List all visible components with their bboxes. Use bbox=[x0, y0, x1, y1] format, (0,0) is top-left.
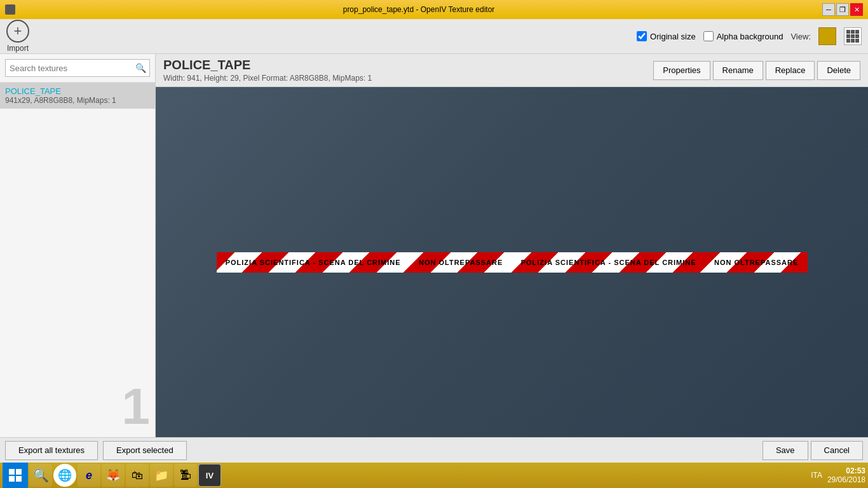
tape-text-overlay: POLIZIA SCIENTIFICA - SCENA DEL CRIMINE … bbox=[217, 252, 808, 273]
tape-text-2: NON OLTREPASSARE bbox=[419, 259, 503, 266]
search-wrapper: 🔍 bbox=[5, 59, 150, 77]
import-icon: + bbox=[6, 20, 29, 43]
texture-meta: Width: 941, Height: 29, Pixel Format: A8… bbox=[163, 74, 372, 83]
preview-area: POLICE_TAPE Width: 941, Height: 29, Pixe… bbox=[156, 54, 868, 437]
alpha-background-checkbox[interactable] bbox=[703, 31, 714, 41]
sidebar-count: 1 bbox=[0, 376, 155, 437]
search-container: 🔍 bbox=[0, 54, 155, 83]
title-bar: prop_police_tape.ytd - OpenIV Texture ed… bbox=[0, 0, 868, 19]
save-cancel-group: Save Cancel bbox=[763, 441, 863, 460]
preview-buttons: Properties Rename Replace Delete bbox=[653, 61, 860, 80]
view-small-icon bbox=[844, 28, 861, 44]
taskbar-explorer-icon[interactable]: 📁 bbox=[150, 464, 173, 487]
taskbar-openiv-icon[interactable]: IV bbox=[198, 464, 221, 487]
taskbar-chrome-icon[interactable]: 🌐 bbox=[53, 464, 76, 487]
sidebar: 🔍 POLICE_TAPE 941x29, A8R8G8B8, MipMaps:… bbox=[0, 54, 156, 437]
clock-time: 02:53 bbox=[827, 466, 865, 475]
import-button[interactable]: + Import bbox=[6, 20, 29, 53]
export-all-button[interactable]: Export all textures bbox=[5, 441, 98, 460]
texture-item-name: POLICE_TAPE bbox=[5, 86, 150, 96]
import-label: Import bbox=[7, 44, 29, 53]
search-input[interactable] bbox=[5, 59, 150, 77]
main-area: 🔍 POLICE_TAPE 941x29, A8R8G8B8, MipMaps:… bbox=[0, 54, 868, 437]
title-bar-left bbox=[5, 4, 15, 15]
view-small-button[interactable] bbox=[844, 27, 862, 45]
view-large-button[interactable] bbox=[818, 27, 836, 45]
police-tape-image: POLIZIA SCIENTIFICA - SCENA DEL CRIMINE … bbox=[217, 252, 808, 273]
taskbar-right: ITA 02:53 29/06/2018 bbox=[811, 466, 865, 484]
original-size-label: Original size bbox=[650, 32, 696, 41]
taskbar-store-icon[interactable]: 🛍 bbox=[126, 464, 149, 487]
replace-button[interactable]: Replace bbox=[766, 61, 815, 80]
original-size-checkbox[interactable] bbox=[637, 31, 647, 41]
clock-date: 29/06/2018 bbox=[827, 475, 865, 484]
properties-button[interactable]: Properties bbox=[653, 61, 710, 80]
taskbar-ie-icon[interactable]: e bbox=[78, 464, 100, 487]
original-size-group: Original size bbox=[637, 31, 696, 41]
minimize-button[interactable]: ─ bbox=[822, 3, 835, 16]
texture-item-info: 941x29, A8R8G8B8, MipMaps: 1 bbox=[5, 96, 150, 105]
title-bar-controls: ─ ❐ ✕ bbox=[822, 3, 863, 16]
taskbar-firefox-icon[interactable]: 🦊 bbox=[102, 464, 125, 487]
view-large-icon bbox=[825, 34, 830, 39]
tape-text-4: NON OLTREPASSARE bbox=[714, 259, 798, 266]
taskbar: 🔍 🌐 e 🦊 🛍 📁 🗜 IV ITA 02:53 29/06/2018 bbox=[0, 463, 868, 488]
rename-button[interactable]: Rename bbox=[713, 61, 763, 80]
bottom-bar: Export all textures Export selected Save… bbox=[0, 437, 868, 463]
clock: 02:53 29/06/2018 bbox=[827, 466, 865, 484]
toolbar: + Import Original size Alpha background … bbox=[0, 19, 868, 54]
delete-button[interactable]: Delete bbox=[817, 61, 860, 80]
start-button[interactable] bbox=[3, 463, 28, 488]
window-title: prop_police_tape.ytd - OpenIV Texture ed… bbox=[15, 5, 822, 14]
windows-logo-icon bbox=[9, 469, 22, 482]
texture-list: POLICE_TAPE 941x29, A8R8G8B8, MipMaps: 1 bbox=[0, 83, 155, 376]
preview-canvas: POLIZIA SCIENTIFICA - SCENA DEL CRIMINE … bbox=[156, 87, 868, 437]
texture-list-item[interactable]: POLICE_TAPE 941x29, A8R8G8B8, MipMaps: 1 bbox=[0, 83, 155, 109]
export-selected-button[interactable]: Export selected bbox=[103, 441, 187, 460]
preview-header: POLICE_TAPE Width: 941, Height: 29, Pixe… bbox=[156, 54, 868, 87]
tape-text-1: POLIZIA SCIENTIFICA - SCENA DEL CRIMINE bbox=[226, 259, 401, 266]
alpha-background-label: Alpha background bbox=[717, 32, 783, 41]
search-icon: 🔍 bbox=[135, 63, 146, 73]
restore-button[interactable]: ❐ bbox=[836, 3, 849, 16]
preview-title-section: POLICE_TAPE Width: 941, Height: 29, Pixe… bbox=[163, 58, 372, 83]
taskbar-locale: ITA bbox=[811, 471, 822, 480]
tape-text-3: POLIZIA SCIENTIFICA - SCENA DEL CRIMINE bbox=[521, 259, 696, 266]
toolbar-right: Original size Alpha background View: bbox=[637, 27, 862, 45]
save-button[interactable]: Save bbox=[763, 441, 808, 460]
app-icon bbox=[5, 4, 15, 15]
texture-title: POLICE_TAPE bbox=[163, 58, 372, 72]
taskbar-search-icon[interactable]: 🔍 bbox=[29, 464, 52, 487]
alpha-background-group: Alpha background bbox=[703, 31, 783, 41]
cancel-button[interactable]: Cancel bbox=[811, 441, 863, 460]
taskbar-winrar-icon[interactable]: 🗜 bbox=[174, 464, 197, 487]
view-label: View: bbox=[790, 32, 811, 41]
close-button[interactable]: ✕ bbox=[850, 3, 863, 16]
